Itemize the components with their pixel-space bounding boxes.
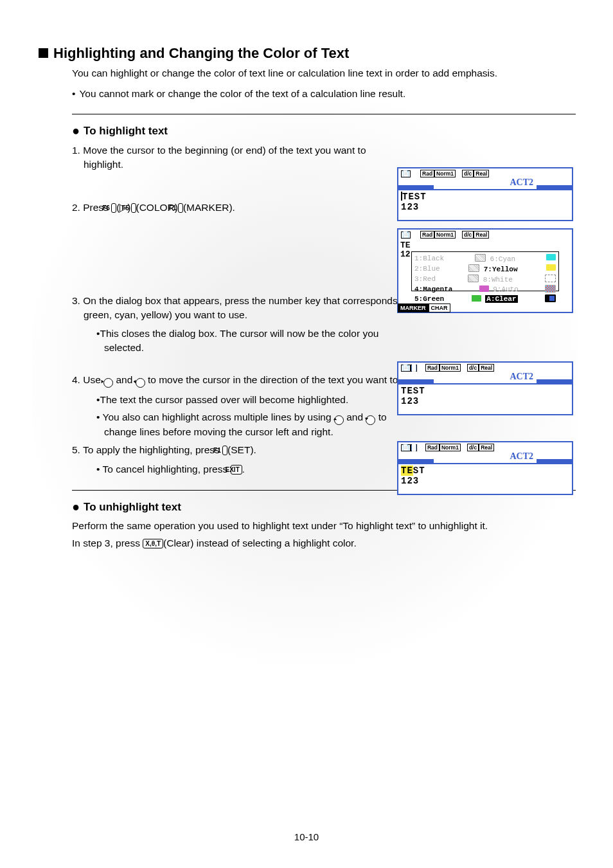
unhighlight-subhead: ●To unhighlight text (72, 500, 574, 514)
page-icon: 📄 (401, 365, 411, 372)
intro-note: You cannot mark or change the color of t… (72, 88, 574, 100)
rad-badge: Rad (420, 170, 434, 177)
intro-para: You can highlight or change the color of… (72, 67, 574, 80)
norm1-badge: Norm1 (434, 170, 456, 177)
act2-label: ACT2 (510, 177, 533, 188)
sec1-title: To highlight text (84, 125, 168, 137)
char-tab: CHAR (429, 303, 450, 312)
real-badge: Real (474, 170, 489, 177)
f6-key: F6 (111, 203, 116, 213)
bullet-icon: ● (72, 123, 80, 138)
dc-badge: d/c (462, 170, 474, 177)
bullet-icon: ● (72, 500, 80, 514)
sec2-p1: Perform the same operation you used to h… (72, 520, 574, 533)
calc-screenshot-3: 📄█ RadNorm1 d/cReal ACT2 TEST 123 (397, 361, 573, 415)
highlight-subhead: ●To highlight text (72, 123, 574, 138)
step-3-sub: This closes the dialog box. The cursor w… (96, 327, 574, 354)
sec2-p2: In step 3, press X,θ,T(Clear) instead of… (72, 537, 574, 550)
h1-text: Highlighting and Changing the Color of T… (53, 45, 349, 61)
f5-key: F5 (131, 203, 136, 213)
square-bullet (39, 48, 48, 58)
section-heading: Highlighting and Changing the Color of T… (39, 45, 574, 62)
sec2-title: To unhighlight text (84, 501, 181, 513)
xot-key: X,θ,T (143, 539, 163, 548)
calc-screenshot-4: 📄█ RadNorm1 d/cReal ACT2 TEST 123 (397, 441, 573, 495)
left-arrow-icon (136, 378, 145, 388)
page-icon: 📄 (401, 170, 411, 177)
page-icon-sel: █ (411, 365, 417, 372)
f1-key: F1 (222, 446, 227, 455)
page-number: 10-10 (0, 831, 613, 842)
color-dialog: 1:Black 6:Cyan 2:Blue 7:Yellow 3:Red 8:W… (411, 251, 559, 291)
page-icon: 📄 (401, 231, 411, 239)
exit-key: EXIT (231, 465, 242, 475)
calc-screenshot-2: 📄 RadNorm1 d/cReal TE12 1:Black 6:Cyan 2… (397, 228, 573, 313)
divider (72, 114, 576, 114)
up-arrow-icon (334, 415, 344, 425)
marker-tab: MARKER (398, 303, 429, 312)
f1-key: F1 (178, 203, 183, 213)
calc-screenshot-1: 📄 RadNorm1 d/cReal ACT2 TEST 123 (397, 167, 573, 221)
right-arrow-icon (103, 378, 113, 388)
num-text: 123 (401, 202, 419, 212)
down-arrow-icon (366, 415, 375, 425)
test-text: TEST (402, 192, 427, 202)
